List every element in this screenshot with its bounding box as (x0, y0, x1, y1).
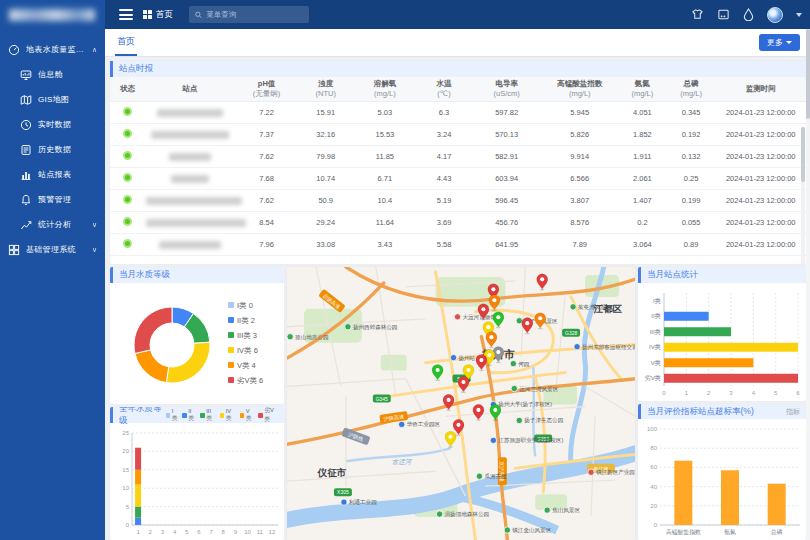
legend-item-I类[interactable]: I类 (166, 408, 179, 423)
sidebar-group-label: 基础管理系统 (26, 244, 89, 255)
hbar-III类[interactable] (664, 327, 731, 336)
theme-skin-icon[interactable] (691, 8, 704, 21)
search-input[interactable] (206, 10, 303, 19)
table-cell: 6.71 (354, 168, 417, 190)
poi-icon[interactable] (345, 324, 351, 330)
table-cell: 0.055 (667, 212, 716, 234)
donut-slice-IV类[interactable] (166, 342, 210, 383)
legend-label[interactable]: 劣V类 6 (237, 376, 263, 385)
layout-size-icon[interactable] (717, 8, 730, 21)
sidebar-item-GIS地图[interactable]: GIS地图 (0, 87, 105, 112)
legend-swatch[interactable] (228, 347, 234, 353)
svg-text:0: 0 (654, 522, 658, 528)
tab-home[interactable]: 首页 (115, 29, 137, 56)
legend-item-III类[interactable]: III类 (200, 408, 215, 423)
poi-icon[interactable] (476, 473, 482, 479)
poi-icon[interactable] (510, 360, 516, 366)
chevron-down-icon: ∨ (92, 221, 97, 229)
stacked-bar-segment-IV类[interactable] (135, 485, 141, 507)
window-scrollbar[interactable] (806, 29, 810, 540)
exceedance-corner-label[interactable]: 指标 (786, 407, 800, 417)
legend-label[interactable]: V类 4 (237, 361, 256, 370)
poi-icon[interactable] (504, 527, 510, 533)
poi-icon[interactable] (399, 421, 405, 427)
poi-icon[interactable] (287, 334, 293, 340)
poi-icon[interactable] (490, 437, 496, 443)
legend-label[interactable]: IV类 6 (237, 346, 258, 355)
user-avatar[interactable] (767, 7, 783, 23)
table-cell: 9.914 (541, 146, 618, 168)
table-cell: 29.24 (298, 212, 354, 234)
vbar-总磷[interactable] (768, 484, 786, 525)
hbar-II类[interactable] (664, 312, 709, 321)
legend-label[interactable]: I类 0 (237, 301, 253, 310)
poi-icon[interactable] (588, 469, 594, 475)
sidebar-item-预警管理[interactable]: 预警管理 (0, 187, 105, 212)
svg-text:III类: III类 (650, 328, 661, 335)
table-cell: 7.37 (235, 124, 298, 146)
hbar-劣V类[interactable] (664, 374, 798, 383)
table-cell: 7.68 (235, 168, 298, 190)
legend-label[interactable]: II类 2 (237, 316, 255, 325)
stacked-bar-segment-V类[interactable] (135, 470, 141, 485)
poi-icon[interactable] (454, 314, 460, 320)
poi-icon[interactable] (570, 304, 576, 310)
stacked-bar-segment-II类[interactable] (135, 518, 141, 525)
stacked-bar-segment-III类[interactable] (135, 507, 141, 518)
user-menu-caret-icon[interactable] (796, 13, 802, 17)
table-cell: 0.89 (667, 234, 716, 256)
poi-label: 华侨工业园区 (407, 421, 441, 428)
svg-text:G328: G328 (565, 330, 577, 336)
sidebar-item-实时数据[interactable]: 实时数据 (0, 112, 105, 137)
legend-item-II类[interactable]: II类 (182, 408, 196, 423)
legend-swatch[interactable] (228, 317, 234, 323)
poi-icon[interactable] (341, 499, 347, 505)
gis-map[interactable]: G345S49G328X305S353沪陕高速京沪高速启扬高速春江路沪陕线古运河… (287, 267, 635, 540)
sidebar-group-0[interactable]: 地表水质量监测系统∧ (0, 37, 105, 62)
table-cell: 5.03 (354, 102, 417, 124)
legend-swatch[interactable] (228, 332, 234, 338)
legend-swatch[interactable] (228, 302, 234, 308)
donut-slice-V类[interactable] (135, 350, 169, 383)
sidebar-item-站点报表[interactable]: 站点报表 (0, 162, 105, 187)
poi-icon[interactable] (574, 344, 580, 350)
poi-icon[interactable] (544, 507, 550, 513)
poi-icon[interactable] (450, 354, 456, 360)
legend-label[interactable]: III类 3 (237, 331, 257, 340)
sidebar-item-统计分析[interactable]: 统计分析∨ (0, 212, 105, 237)
map-canvas[interactable]: G345S49G328X305S353沪陕高速京沪高速启扬高速春江路沪陕线古运河… (287, 267, 635, 540)
table-cell: 0.199 (667, 190, 716, 212)
collapse-menu-icon[interactable] (119, 9, 133, 20)
table-scrollbar[interactable] (801, 127, 805, 264)
legend-swatch[interactable] (228, 362, 234, 368)
app-logo-blurred (9, 9, 95, 21)
menu-search[interactable] (189, 6, 309, 23)
legend-swatch[interactable] (228, 377, 234, 383)
hbar-V类[interactable] (664, 358, 753, 367)
legend-item-劣V类[interactable]: 劣V类 (258, 407, 278, 424)
legend-item-V类[interactable]: V类 (240, 408, 255, 423)
sidebar-item-信息舱[interactable]: 信息舱 (0, 62, 105, 87)
water-drop-icon[interactable] (743, 8, 754, 21)
table-cell: 50.9 (298, 190, 354, 212)
more-button[interactable]: 更多 (759, 34, 800, 51)
legend-item-IV类[interactable]: IV类 (220, 408, 236, 423)
breadcrumb-home[interactable]: 首页 (143, 9, 173, 21)
vbar-氨氮[interactable] (721, 470, 739, 525)
poi-icon[interactable] (511, 385, 517, 391)
stacked-bar-segment-劣V类[interactable] (135, 448, 141, 470)
table-cell: 2024-01-23 12:00:00 (715, 168, 806, 190)
poi-icon[interactable] (516, 417, 522, 423)
poi-label: 捺山地质公园 (295, 334, 328, 341)
vbar-高锰酸盐指数[interactable] (674, 461, 692, 525)
svg-text:3: 3 (729, 390, 733, 396)
hbar-IV类[interactable] (664, 343, 798, 352)
svg-text:X305: X305 (337, 489, 349, 495)
sidebar-group-1[interactable]: 基础管理系统∨ (0, 237, 105, 262)
realtime-icon (20, 119, 32, 131)
poi-icon[interactable] (436, 511, 442, 517)
donut-slice-劣V类[interactable] (134, 307, 172, 353)
table-cell: 597.82 (472, 102, 542, 124)
sidebar-item-历史数据[interactable]: 历史数据 (0, 137, 105, 162)
table-row: 7.6250.910.45.19596.453.8071.4070.199202… (110, 190, 806, 212)
